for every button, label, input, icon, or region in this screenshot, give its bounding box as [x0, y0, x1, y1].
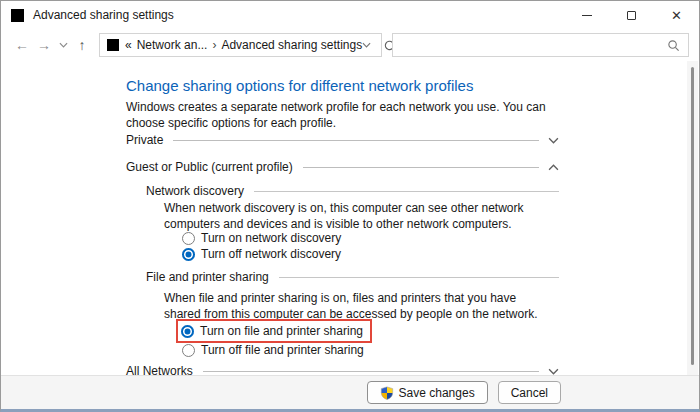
divider	[303, 167, 539, 168]
radio-unselected-icon[interactable]	[182, 344, 195, 357]
chevron-down-icon	[59, 42, 68, 48]
titlebar: Advanced sharing settings ✕	[1, 1, 699, 29]
radio-label: Turn off file and printer sharing	[201, 343, 364, 357]
radio-selected-icon[interactable]	[182, 248, 195, 261]
breadcrumb-separator: ›	[212, 38, 216, 52]
uac-shield-icon	[380, 386, 394, 400]
footer-bar: Save changes Cancel	[1, 375, 699, 409]
vertical-scrollbar[interactable]	[687, 61, 698, 375]
settings-content: Change sharing options for different net…	[1, 61, 699, 375]
breadcrumb-current[interactable]: Advanced sharing settings	[221, 38, 362, 52]
radio-label: Turn on file and printer sharing	[200, 324, 363, 338]
navigation-toolbar: ← → ↑ « Network an... › Advanced sharing…	[1, 29, 699, 61]
chevron-up-icon[interactable]	[547, 164, 559, 171]
cancel-button[interactable]: Cancel	[498, 381, 561, 404]
cancel-label: Cancel	[511, 386, 548, 400]
section-private-label: Private	[126, 133, 163, 147]
advanced-sharing-settings-window: Advanced sharing settings ✕ ← → ↑ « Netw…	[0, 0, 700, 412]
scrollbar-thumb[interactable]	[691, 67, 694, 365]
radio-label: Turn on network discovery	[201, 231, 341, 245]
save-changes-button[interactable]: Save changes	[367, 381, 488, 404]
save-changes-label: Save changes	[399, 386, 475, 400]
file-sharing-title: File and printer sharing	[146, 270, 269, 284]
breadcrumb-parent[interactable]: Network an...	[137, 38, 208, 52]
search-icon[interactable]	[667, 39, 680, 52]
network-discovery-description: When network discovery is on, this compu…	[164, 201, 556, 232]
subsection-network-discovery: Network discovery	[146, 182, 559, 200]
chevron-down-icon[interactable]	[547, 368, 559, 375]
maximize-button[interactable]	[609, 1, 654, 29]
divider	[203, 371, 539, 372]
network-discovery-title: Network discovery	[146, 184, 244, 198]
search-input[interactable]	[401, 38, 667, 52]
search-box	[392, 33, 689, 57]
divider	[279, 277, 559, 278]
app-icon	[11, 9, 24, 22]
folder-icon	[107, 39, 119, 51]
radio-turn-on-network-discovery[interactable]: Turn on network discovery	[182, 230, 341, 246]
close-button[interactable]: ✕	[654, 1, 699, 29]
chevron-down-icon[interactable]	[547, 137, 559, 144]
file-sharing-description: When file and printer sharing is on, fil…	[164, 291, 556, 322]
radio-unselected-icon[interactable]	[182, 232, 195, 245]
highlighted-option-box: Turn on file and printer sharing	[176, 319, 372, 343]
window-title: Advanced sharing settings	[33, 8, 174, 22]
section-guest-label: Guest or Public (current profile)	[126, 160, 293, 174]
subsection-file-printer-sharing: File and printer sharing	[146, 268, 559, 286]
section-guest-or-public[interactable]: Guest or Public (current profile)	[126, 158, 559, 176]
forward-button[interactable]: →	[33, 37, 55, 53]
up-button[interactable]: ↑	[71, 37, 93, 53]
minimize-icon	[582, 15, 592, 16]
radio-selected-icon[interactable]	[181, 325, 194, 338]
divider	[254, 191, 559, 192]
radio-label: Turn off network discovery	[201, 247, 341, 261]
minimize-button[interactable]	[564, 1, 609, 29]
close-icon: ✕	[671, 9, 682, 22]
address-dropdown-icon[interactable]	[362, 42, 371, 48]
section-all-networks-label: All Networks	[126, 364, 193, 375]
window-controls: ✕	[564, 1, 699, 29]
recent-pages-dropdown[interactable]	[55, 42, 71, 48]
radio-turn-on-file-printer-sharing[interactable]: Turn on file and printer sharing	[181, 323, 363, 339]
address-bar[interactable]: « Network an... › Advanced sharing setti…	[99, 33, 382, 57]
divider	[173, 140, 539, 141]
section-private[interactable]: Private	[126, 131, 559, 149]
radio-turn-off-file-printer-sharing[interactable]: Turn off file and printer sharing	[182, 342, 364, 358]
section-all-networks[interactable]: All Networks	[126, 362, 559, 375]
breadcrumb-prefix: «	[125, 38, 132, 52]
back-button[interactable]: ←	[11, 37, 33, 53]
page-title: Change sharing options for different net…	[126, 77, 473, 94]
page-intro: Windows creates a separate network profi…	[126, 100, 562, 131]
radio-turn-off-network-discovery[interactable]: Turn off network discovery	[182, 246, 341, 262]
maximize-icon	[627, 11, 636, 20]
